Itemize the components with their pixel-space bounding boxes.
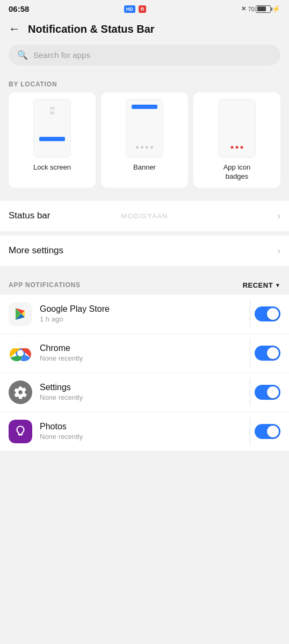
play-store-svg <box>9 302 32 326</box>
settings-icon-wrap <box>9 380 32 404</box>
app-row-chrome: Chrome None recently <box>0 334 289 372</box>
google-play-store-info: Google Play Store 1 h ago <box>40 304 247 323</box>
back-button[interactable]: ← <box>9 22 20 36</box>
app-row-settings: Settings None recently <box>0 373 289 412</box>
app-notifications-header: APP NOTIFICATIONS RECENT ▼ <box>0 270 289 295</box>
banner-dot-3 <box>146 146 148 149</box>
chrome-toggle[interactable] <box>255 346 280 361</box>
banner-card[interactable]: Banner <box>101 92 188 188</box>
status-bar-row-label: Status bar <box>9 210 50 221</box>
google-play-store-icon <box>9 302 32 326</box>
badge-dot-3 <box>241 146 243 149</box>
google-play-store-toggle[interactable] <box>255 306 280 321</box>
chrome-time: None recently <box>40 354 247 362</box>
app-icon-badges-card[interactable]: App iconbadges <box>193 92 280 188</box>
photos-info: Photos None recently <box>40 422 247 441</box>
settings-time: None recently <box>40 393 247 401</box>
app-row-divider-4 <box>250 418 250 445</box>
status-time: 06:58 <box>9 4 29 13</box>
status-icons: HD R <box>124 5 147 13</box>
x-icon: ✕ <box>241 5 246 12</box>
photos-svg <box>13 425 27 438</box>
banner-dot-4 <box>150 146 153 149</box>
banner-dots <box>136 146 153 149</box>
app-icon-badges-label: App iconbadges <box>223 163 251 181</box>
banner-preview <box>126 99 163 158</box>
chrome-name: Chrome <box>40 343 247 353</box>
divider-1 <box>0 196 289 201</box>
chrome-svg <box>9 341 32 365</box>
search-input[interactable]: Search for apps <box>33 50 90 60</box>
more-settings-label: More settings <box>9 245 63 256</box>
photos-toggle[interactable] <box>255 424 280 439</box>
banner-strip <box>132 105 157 109</box>
app-row-divider-1 <box>250 300 250 328</box>
status-bar: 06:58 HD R ✕ 70 ⚡ <box>0 0 289 16</box>
photos-time: None recently <box>40 433 247 441</box>
r-icon: R <box>139 5 147 13</box>
watermark: MOBIGYAAN <box>121 212 168 220</box>
search-box[interactable]: 🔍 Search for apps <box>9 45 280 65</box>
page-title: Notification & Status Bar <box>28 23 155 35</box>
google-play-store-time: 1 h ago <box>40 315 247 323</box>
divider-2 <box>0 231 289 236</box>
by-location-label: BY LOCATION <box>0 74 289 92</box>
sort-dropdown-arrow: ▼ <box>275 282 280 288</box>
bolt-icon: ⚡ <box>272 5 280 13</box>
settings-app-name: Settings <box>40 383 247 392</box>
app-row-google-play-store: Google Play Store 1 h ago <box>0 295 289 333</box>
settings-info: Settings None recently <box>40 383 247 401</box>
app-row-divider-3 <box>250 378 250 406</box>
svg-point-4 <box>17 350 24 356</box>
lock-screen-preview: 1930 <box>33 99 71 158</box>
chrome-info: Chrome None recently <box>40 343 247 362</box>
app-row-divider-2 <box>250 339 250 367</box>
battery-icon <box>256 5 271 13</box>
banner-label: Banner <box>133 163 156 172</box>
recent-sort-label: RECENT <box>243 281 273 289</box>
battery-level: 70 <box>248 6 255 12</box>
settings-toggle[interactable] <box>255 385 280 400</box>
google-play-store-name: Google Play Store <box>40 304 247 314</box>
lock-screen-label: Lock screen <box>33 163 71 172</box>
badge-preview <box>218 99 256 158</box>
location-cards: 1930 Lock screen Banner App iconbadges <box>0 92 289 196</box>
recent-sort-button[interactable]: RECENT ▼ <box>243 281 280 289</box>
search-container: 🔍 Search for apps <box>0 45 289 74</box>
more-settings-row[interactable]: More settings › <box>0 236 289 266</box>
photos-name: Photos <box>40 422 247 431</box>
hd-icon: HD <box>124 5 135 13</box>
app-notifications-label: APP NOTIFICATIONS <box>9 281 81 289</box>
badge-dots <box>231 146 243 149</box>
lock-notif-bar <box>39 137 65 141</box>
badge-dot-1 <box>231 146 234 149</box>
status-right: ✕ 70 ⚡ <box>241 5 280 13</box>
settings-app-icon <box>9 380 32 404</box>
app-row-photos: Photos None recently <box>0 412 289 451</box>
chrome-icon-wrap <box>9 341 32 365</box>
banner-dot-2 <box>141 146 143 149</box>
more-settings-chevron: › <box>277 245 280 257</box>
search-icon: 🔍 <box>17 50 28 60</box>
banner-dot-1 <box>136 146 139 149</box>
battery-container: 70 ⚡ <box>248 5 280 13</box>
lock-time-text: 1930 <box>50 106 55 115</box>
status-bar-chevron: › <box>277 210 280 222</box>
badge-dot-2 <box>236 146 239 149</box>
photos-icon-wrap <box>9 420 32 443</box>
header: ← Notification & Status Bar <box>0 16 289 45</box>
lock-screen-card[interactable]: 1930 Lock screen <box>9 92 96 188</box>
battery-fill <box>257 6 266 11</box>
settings-gear-svg <box>13 385 27 399</box>
photos-app-icon <box>9 420 32 443</box>
divider-3 <box>0 266 289 270</box>
status-bar-row[interactable]: Status bar › MOBIGYAAN <box>0 201 289 231</box>
